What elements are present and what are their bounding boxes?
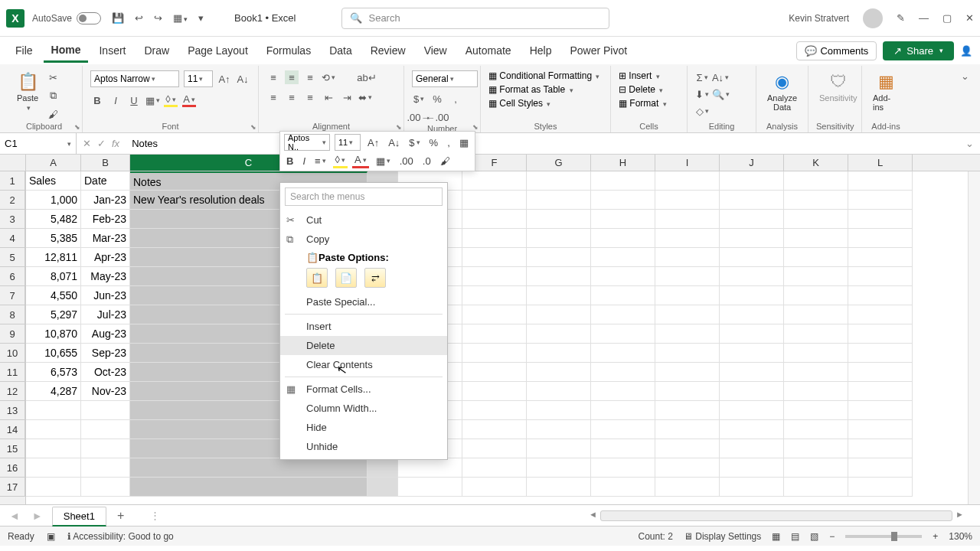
mini-increase-font-icon[interactable]: A↑: [365, 135, 381, 150]
row-header[interactable]: 9: [0, 324, 25, 344]
cell[interactable]: [398, 478, 462, 497]
cell[interactable]: [784, 420, 848, 439]
cell[interactable]: [784, 401, 848, 420]
increase-font-icon[interactable]: A↑: [217, 72, 231, 86]
mini-bold-button[interactable]: B: [284, 153, 296, 168]
cell[interactable]: [720, 344, 784, 363]
conditional-formatting-button[interactable]: ▦ Conditional Formatting ▾: [488, 70, 599, 81]
cell[interactable]: [591, 420, 655, 439]
mini-decrease-font-icon[interactable]: A↓: [386, 135, 402, 150]
cell[interactable]: [784, 248, 848, 267]
cell[interactable]: [655, 363, 720, 382]
cell[interactable]: Date: [81, 171, 130, 191]
ctx-column-width[interactable]: Column Width...: [280, 399, 447, 418]
cell[interactable]: [784, 458, 848, 478]
mini-fill-color-icon[interactable]: ◊▾: [333, 153, 348, 168]
add-sheet-button[interactable]: +: [113, 509, 129, 523]
zoom-in-icon[interactable]: +: [933, 531, 938, 542]
cell[interactable]: [462, 248, 527, 267]
cell[interactable]: Sep-23: [81, 344, 130, 363]
align-top-icon[interactable]: ≡: [266, 70, 280, 84]
cell[interactable]: [720, 286, 784, 305]
cell[interactable]: [462, 478, 527, 497]
cell[interactable]: Jun-23: [81, 286, 130, 305]
delete-cells-button[interactable]: ⊟ Delete ▾: [619, 84, 663, 95]
row-header[interactable]: 8: [0, 305, 25, 324]
cell[interactable]: [848, 229, 913, 248]
dialog-launcher-icon[interactable]: ⬊: [74, 123, 80, 131]
cell[interactable]: [462, 267, 527, 286]
cell[interactable]: [591, 439, 655, 458]
user-name[interactable]: Kevin Stratvert: [789, 13, 849, 24]
row-header[interactable]: 7: [0, 286, 25, 305]
cell[interactable]: [655, 267, 720, 286]
cell[interactable]: [784, 229, 848, 248]
cell[interactable]: [591, 210, 655, 229]
cell[interactable]: [784, 286, 848, 305]
col-header-b[interactable]: B: [81, 155, 130, 171]
mini-format-painter-icon[interactable]: 🖌: [438, 153, 452, 168]
cell[interactable]: 1,000: [26, 191, 81, 210]
decrease-decimal-icon[interactable]: ←.00: [430, 110, 444, 124]
ctx-cut[interactable]: ✂Cut: [280, 210, 447, 230]
avatar[interactable]: [863, 8, 883, 28]
save-icon[interactable]: 💾: [112, 12, 124, 24]
comments-button[interactable]: 💬 Comments: [796, 41, 877, 60]
clear-icon[interactable]: ◇▾: [695, 104, 709, 118]
row-header[interactable]: 12: [0, 382, 25, 401]
decrease-indent-icon[interactable]: ⇤: [322, 90, 335, 104]
cell[interactable]: [527, 478, 591, 497]
collapse-ribbon-icon[interactable]: ⌄: [956, 66, 974, 132]
cell[interactable]: [462, 382, 527, 401]
align-middle-icon[interactable]: ≡: [285, 70, 299, 84]
cell[interactable]: [591, 286, 655, 305]
align-center-icon[interactable]: ≡: [285, 90, 299, 104]
cell[interactable]: [527, 363, 591, 382]
find-select-icon[interactable]: 🔍▾: [714, 87, 727, 101]
cell[interactable]: [591, 478, 655, 497]
mini-font-select[interactable]: Aptos N..▾: [284, 134, 330, 151]
cell[interactable]: [26, 478, 81, 497]
mini-dec-decimal-icon[interactable]: .0: [420, 153, 433, 168]
col-header-a[interactable]: A: [26, 155, 81, 171]
tab-data[interactable]: Data: [322, 40, 360, 61]
cell[interactable]: Mar-23: [81, 229, 130, 248]
expand-formula-bar-icon[interactable]: ⌄: [959, 138, 980, 149]
cell[interactable]: [784, 305, 848, 324]
minimize-icon[interactable]: —: [919, 12, 929, 24]
ctx-hide[interactable]: Hide: [280, 418, 447, 437]
cell[interactable]: [462, 439, 527, 458]
cell[interactable]: [784, 478, 848, 497]
mini-border-icon[interactable]: ▦▾: [374, 153, 393, 168]
cells-area[interactable]: SalesDateNotes1,000Jan-23New Year's reso…: [26, 171, 968, 504]
addins-button[interactable]: ▦Add-ins: [870, 70, 902, 113]
cell[interactable]: [591, 191, 655, 210]
autosave-toggle[interactable]: AutoSave: [32, 12, 101, 24]
cell[interactable]: [591, 324, 655, 344]
dialog-launcher-icon[interactable]: ⬊: [250, 123, 256, 131]
tab-help[interactable]: Help: [522, 40, 560, 61]
cell[interactable]: [848, 401, 913, 420]
search-input[interactable]: 🔍 Search: [341, 8, 609, 29]
mini-font-color-icon[interactable]: A▾: [352, 153, 369, 168]
cell[interactable]: [462, 229, 527, 248]
mini-percent-icon[interactable]: %: [427, 135, 441, 150]
qat-customize-icon[interactable]: ▾: [198, 12, 204, 24]
cell[interactable]: 5,297: [26, 305, 81, 324]
bold-button[interactable]: B: [90, 93, 104, 107]
row-header[interactable]: 5: [0, 248, 25, 267]
cell[interactable]: [784, 210, 848, 229]
enter-icon[interactable]: ✓: [97, 138, 106, 149]
align-left-icon[interactable]: ≡: [266, 90, 280, 104]
cell[interactable]: [848, 439, 913, 458]
cell[interactable]: [368, 478, 398, 497]
comma-icon[interactable]: ,: [449, 92, 462, 106]
cell[interactable]: [655, 229, 720, 248]
cell[interactable]: [591, 458, 655, 478]
zoom-slider[interactable]: [845, 535, 922, 538]
zoom-out-icon[interactable]: −: [829, 531, 835, 542]
col-header-h[interactable]: H: [591, 155, 655, 171]
paste-values-icon[interactable]: 📄: [335, 268, 357, 288]
increase-indent-icon[interactable]: ⇥: [340, 90, 354, 104]
horizontal-scrollbar[interactable]: [600, 510, 952, 521]
